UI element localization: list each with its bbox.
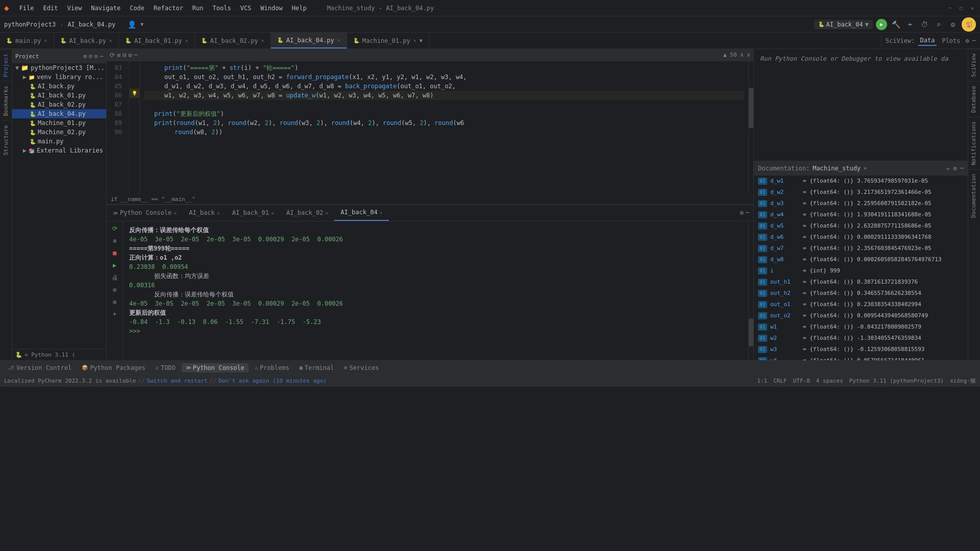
tab-close-icon[interactable]: ✕ <box>174 210 177 216</box>
tree-item-ai-back-02-py[interactable]: 🐍 AI_back_02.py <box>12 100 106 109</box>
console-settings-icon[interactable]: ⚙ <box>740 209 744 216</box>
bottom-tab-problems[interactable]: ⚠ Problems <box>251 363 293 372</box>
project-collapse-icon[interactable]: ─ <box>100 53 103 60</box>
project-tab-vertical[interactable]: Project <box>1 49 11 81</box>
tab-overflow-icon[interactable]: ▼ <box>420 38 423 43</box>
tree-item-project-root[interactable]: ▼ 📁 pythonProject3 [M... <box>12 63 106 72</box>
var-row-dw7[interactable]: 01 d_w7 = {float64: ()} 2.35676038454769… <box>754 243 968 254</box>
var-row-outo1[interactable]: 01 out_o1 = {float64: ()} 0.230383543384… <box>754 299 968 310</box>
menu-navigate[interactable]: Navigate <box>87 4 125 13</box>
console-settings2-icon[interactable]: ⚙ <box>110 285 120 295</box>
collapse-icon[interactable]: ⊟ <box>122 52 126 59</box>
print-icon[interactable]: 🖨 <box>110 272 120 283</box>
tab-close-icon[interactable]: ✕ <box>109 38 112 43</box>
tab-close-icon[interactable]: ✕ <box>261 38 264 43</box>
profile-dropdown-icon[interactable]: ▼ <box>140 21 143 27</box>
tab-close-icon[interactable]: ✕ <box>217 210 220 216</box>
dont-ask-link[interactable]: Don't ask again (10 minutes ago) <box>218 378 327 384</box>
execute-icon[interactable]: ≡ <box>110 236 120 246</box>
menu-tools[interactable]: Tools <box>209 4 235 13</box>
run-icon[interactable]: ▶ <box>110 260 120 270</box>
tree-item-machine-02-py[interactable]: 🐍 Machine_02.py <box>12 128 106 137</box>
tab-close-icon[interactable]: ✕ <box>271 210 274 216</box>
console-tab-ai-back-04[interactable]: AI_back_04 ✕ <box>334 205 388 221</box>
tree-collapse-icon[interactable]: ⊟ <box>89 53 92 60</box>
console-tab-ai-back[interactable]: AI_back ✕ <box>183 205 226 221</box>
bookmarks-tab-vertical[interactable]: Bookmarks <box>1 81 11 120</box>
switch-restart-link[interactable]: Switch and restart <box>147 378 208 384</box>
stop-icon[interactable]: ■ <box>110 248 120 258</box>
lightbulb-icon[interactable]: 💡 <box>132 91 137 96</box>
rerun-icon[interactable]: ⟳ <box>110 223 120 234</box>
tab-main-py[interactable]: 🐍 main.py ✕ <box>0 33 54 48</box>
notifications-vertical-tab[interactable]: Notifications <box>968 117 980 169</box>
minimize-button[interactable]: ─ <box>946 5 953 12</box>
tab-ai-back-01-py[interactable]: 🐍 AI_back_01.py ✕ <box>119 33 195 48</box>
var-row-dw2[interactable]: 01 d_w2 = {float64: ()} 3.21736519723614… <box>754 187 968 198</box>
sciview-data-tab[interactable]: Data <box>918 36 937 46</box>
var-row-outh1[interactable]: 01 out_h1 = {float64: ()} 0.387161372183… <box>754 277 968 288</box>
build-button[interactable]: 🔨 <box>890 19 901 30</box>
console-prompt[interactable]: >>> <box>129 327 742 336</box>
bottom-tab-python-packages[interactable]: 📦 Python Packages <box>78 363 149 372</box>
console-scrollbar[interactable] <box>748 221 753 361</box>
doc-settings-icon[interactable]: ⚙ <box>953 165 957 172</box>
var-row-dw3[interactable]: 01 d_w3 = {float64: ()} 2.25956087915821… <box>754 198 968 209</box>
sciview-collapse-icon[interactable]: ─ <box>972 37 976 44</box>
debug-threads-icon[interactable]: ⚙ <box>110 297 120 307</box>
sciview-vertical-tab[interactable]: SciView <box>968 49 980 81</box>
sync-icon[interactable]: ⟳ <box>110 52 115 59</box>
bottom-tab-todo[interactable]: ☑ TODO <box>152 363 180 372</box>
menu-view[interactable]: View <box>63 4 86 13</box>
settings-icon[interactable]: ⚙ <box>128 52 132 59</box>
tab-close-icon[interactable]: ✕ <box>44 38 47 43</box>
editor-scrollbar[interactable] <box>748 61 753 194</box>
structure-tab-vertical[interactable]: Structure <box>1 120 11 160</box>
tree-expand-icon[interactable]: ⊞ <box>84 53 87 60</box>
var-row-w3[interactable]: 01 w3 = {float64: ()} -0.125930680588155… <box>754 344 968 355</box>
var-row-dw5[interactable]: 01 d_w5 = {float64: ()} 2.63288757711586… <box>754 220 968 232</box>
add-console-icon[interactable]: + <box>110 309 120 319</box>
menu-help[interactable]: Help <box>288 4 311 13</box>
menu-vcs[interactable]: VCS <box>236 4 256 13</box>
sciview-plots-tab[interactable]: Plots <box>940 36 962 45</box>
var-row-dw4[interactable]: 01 d_w4 = {float64: ()} 1.93041911183416… <box>754 209 968 220</box>
menu-edit[interactable]: Edit <box>39 4 62 13</box>
tree-item-external-libs[interactable]: ▶ 📚 External Libraries <box>12 146 106 155</box>
doc-edit-icon[interactable]: ✏ <box>946 165 950 172</box>
tree-item-main-py[interactable]: 🐍 main.py <box>12 137 106 146</box>
console-tab-python[interactable]: ≫ Python Console ✕ <box>107 205 183 221</box>
tab-close-icon[interactable]: ✕ <box>185 38 188 43</box>
var-row-w1[interactable]: 01 w1 = {float64: ()} -0.843217800980257… <box>754 321 968 333</box>
run-button[interactable]: ▶ <box>876 19 887 30</box>
var-row-dw1[interactable]: 01 d_w1 = {float64: ()} 3.76593479859703… <box>754 176 968 187</box>
var-row-w4[interactable]: 01 w4 = {float64: ()} 0.0579566714184409… <box>754 355 968 360</box>
close-button[interactable]: ✕ <box>969 5 976 12</box>
tab-ai-back-py[interactable]: 🐍 AI_back.py ✕ <box>54 33 119 48</box>
doc-collapse-icon[interactable]: ─ <box>960 165 964 172</box>
tree-item-machine-01-py[interactable]: 🐍 Machine_01.py <box>12 118 106 128</box>
settings-button[interactable]: ⚙ <box>947 19 959 30</box>
var-row-w2[interactable]: 01 w2 = {float64: ()} -1.303405547635983… <box>754 333 968 344</box>
tree-item-venv[interactable]: ▶ 📁 venv library ro... <box>12 72 106 82</box>
var-row-outo2[interactable]: 01 out_o2 = {float64: ()} 0.009544394056… <box>754 310 968 321</box>
maximize-button[interactable]: □ <box>958 5 965 12</box>
doc-close-icon[interactable]: ✕ <box>864 165 867 171</box>
project-settings-icon[interactable]: ⚙ <box>94 53 98 60</box>
menu-code[interactable]: Code <box>126 4 149 13</box>
tree-item-ai-back-04-py[interactable]: 🐍 AI_back_04.py <box>12 109 106 118</box>
var-row-outh2[interactable]: 01 out_h2 = {float64: ()} 0.346557366262… <box>754 288 968 299</box>
var-row-dw6[interactable]: 01 d_w6 = {float64: ()} 0.00029111333096… <box>754 232 968 243</box>
coverage-button[interactable]: ☂ <box>904 19 916 30</box>
menu-file[interactable]: File <box>15 4 38 13</box>
search-everywhere-button[interactable]: ⌕ <box>933 19 944 30</box>
user-avatar[interactable]: 🐒 <box>962 17 976 32</box>
tab-ai-back-02-py[interactable]: 🐍 AI_back_02.py ✕ <box>195 33 271 48</box>
format-icon[interactable]: ≡ <box>117 52 120 59</box>
database-vertical-tab[interactable]: Database <box>968 81 980 117</box>
tab-ai-back-04-py[interactable]: 🐍 AI_back_04.py ✕ <box>271 33 347 48</box>
run-configuration[interactable]: 🐍 AI_back_04 ▼ <box>814 20 873 29</box>
menu-window[interactable]: Window <box>256 4 286 13</box>
var-row-dw8[interactable]: 01 d_w8 = {float64: ()} 0.00026050582845… <box>754 254 968 265</box>
code-editor-text[interactable]: print("=====第" + str(i) + "轮=====") out_… <box>140 61 748 194</box>
